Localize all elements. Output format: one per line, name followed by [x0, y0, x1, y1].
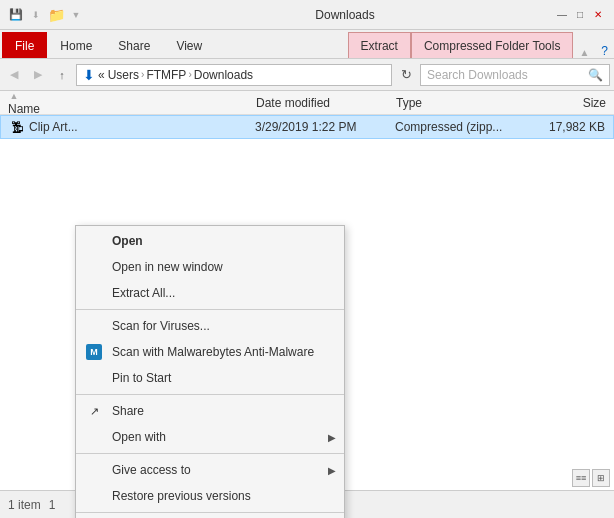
window-controls: — □ ✕: [554, 7, 606, 23]
path-separator-1: «: [98, 68, 105, 82]
col-header-type[interactable]: Type: [396, 96, 526, 110]
file-size: 17,982 KB: [525, 120, 605, 134]
refresh-button[interactable]: ↻: [396, 65, 416, 85]
close-button[interactable]: ✕: [590, 7, 606, 23]
file-zip-icon: 🗜: [9, 119, 25, 135]
ribbon: File Home Share View Extract Compressed …: [0, 30, 614, 59]
path-nav-icon: ⬇: [83, 67, 95, 83]
details-view-button[interactable]: ⊞: [592, 469, 610, 487]
tab-home[interactable]: Home: [47, 32, 105, 58]
col-header-size[interactable]: Size: [526, 96, 606, 110]
context-menu: Open Open in new window Extract All... S…: [75, 225, 345, 518]
menu-item-extract-all[interactable]: Extract All...: [76, 280, 344, 306]
list-view-button[interactable]: ≡≡: [572, 469, 590, 487]
menu-separator-2: [76, 394, 344, 395]
tab-file[interactable]: File: [2, 32, 47, 58]
menu-item-scan-viruses[interactable]: Scan for Viruses...: [76, 313, 344, 339]
search-icon: 🔍: [588, 68, 603, 82]
path-ftmfp[interactable]: FTMFP: [146, 68, 186, 82]
ribbon-tabs: File Home Share View Extract Compressed …: [0, 30, 614, 58]
title-bar-icons: 💾 ⬇ 📁 ▼: [8, 7, 84, 23]
give-access-arrow-icon: ▶: [328, 465, 336, 476]
forward-button[interactable]: ▶: [28, 65, 48, 85]
view-icons: ≡≡ ⊞: [572, 469, 610, 487]
menu-item-share[interactable]: ↗ Share: [76, 398, 344, 424]
address-path[interactable]: ⬇ « Users › FTMFP › Downloads: [76, 64, 392, 86]
sort-up-icon: ▲: [8, 90, 20, 102]
tab-share[interactable]: Share: [105, 32, 163, 58]
col-header-name[interactable]: ▲ Name: [8, 90, 256, 116]
menu-item-open-with[interactable]: Open with ▶: [76, 424, 344, 450]
menu-separator-3: [76, 453, 344, 454]
quick-save-icon[interactable]: 💾: [8, 7, 24, 23]
menu-item-scan-malwarebytes[interactable]: M Scan with Malwarebytes Anti-Malware: [76, 339, 344, 365]
menu-separator-1: [76, 309, 344, 310]
address-bar: ◀ ▶ ↑ ⬇ « Users › FTMFP › Downloads ↻ Se…: [0, 59, 614, 91]
menu-item-open[interactable]: Open: [76, 228, 344, 254]
menu-item-pin-start[interactable]: Pin to Start: [76, 365, 344, 391]
file-type: Compressed (zipp...: [395, 120, 525, 134]
up-button[interactable]: ↑: [52, 65, 72, 85]
quick-undo-icon[interactable]: ⬇: [28, 7, 44, 23]
file-date: 3/29/2019 1:22 PM: [255, 120, 395, 134]
column-headers: ▲ Name Date modified Type Size: [0, 91, 614, 115]
file-row[interactable]: 🗜 Clip Art... 3/29/2019 1:22 PM Compress…: [0, 115, 614, 139]
status-item-count: 1 item: [8, 498, 41, 512]
window-title: Downloads: [84, 8, 606, 22]
tab-compressed-folder-tools[interactable]: Compressed Folder Tools: [411, 32, 574, 58]
folder-title-icon: 📁: [48, 7, 64, 23]
open-with-arrow-icon: ▶: [328, 432, 336, 443]
status-selected-info: 1: [49, 498, 56, 512]
title-dropdown-icon[interactable]: ▼: [68, 7, 84, 23]
path-chevron-1: ›: [141, 69, 144, 80]
back-button[interactable]: ◀: [4, 65, 24, 85]
search-box[interactable]: Search Downloads 🔍: [420, 64, 610, 86]
content-wrapper: 🗜 Clip Art... 3/29/2019 1:22 PM Compress…: [0, 115, 614, 491]
malwarebytes-icon: M: [86, 344, 102, 360]
file-list: 🗜 Clip Art... 3/29/2019 1:22 PM Compress…: [0, 115, 614, 139]
tab-extract[interactable]: Extract: [348, 32, 411, 58]
path-users[interactable]: Users: [108, 68, 139, 82]
path-chevron-2: ›: [188, 69, 191, 80]
title-bar: 💾 ⬇ 📁 ▼ Downloads — □ ✕: [0, 0, 614, 30]
path-downloads[interactable]: Downloads: [194, 68, 253, 82]
menu-item-give-access[interactable]: Give access to ▶: [76, 457, 344, 483]
tab-view[interactable]: View: [163, 32, 215, 58]
file-name: Clip Art...: [29, 120, 255, 134]
minimize-button[interactable]: —: [554, 7, 570, 23]
col-header-date[interactable]: Date modified: [256, 96, 396, 110]
share-icon: ↗: [86, 403, 102, 419]
menu-item-open-new-window[interactable]: Open in new window: [76, 254, 344, 280]
maximize-button[interactable]: □: [572, 7, 588, 23]
help-icon[interactable]: ?: [595, 44, 614, 58]
search-placeholder: Search Downloads: [427, 68, 528, 82]
ribbon-collapse-icon[interactable]: ▲: [573, 47, 595, 58]
menu-item-restore-versions[interactable]: Restore previous versions: [76, 483, 344, 509]
menu-separator-4: [76, 512, 344, 513]
